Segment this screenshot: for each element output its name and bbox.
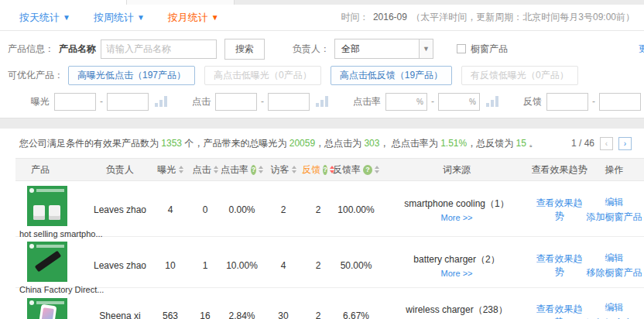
tab-weekly-stats[interactable]: 按周统计 ▼ bbox=[94, 11, 145, 25]
top-strip-tab bbox=[126, 0, 235, 5]
owner-label: 负责人： bbox=[293, 43, 330, 56]
product-image[interactable] bbox=[27, 298, 67, 319]
tab-daily-stats[interactable]: 按天统计 ▼ bbox=[19, 11, 70, 25]
chevron-down-icon: ▼ bbox=[419, 39, 433, 58]
header-owner: 负责人 bbox=[89, 163, 151, 177]
exposure-min-input[interactable] bbox=[55, 96, 95, 107]
more-keywords-link[interactable]: More >> bbox=[379, 269, 534, 278]
header-product: 产品 bbox=[15, 163, 89, 177]
more-keywords-link[interactable]: More >> bbox=[379, 213, 534, 222]
product-cell: hot selling smartpho... bbox=[15, 181, 89, 238]
feedback-cell: 2 bbox=[303, 310, 333, 319]
table-row: hot selling smartpho... Leaves zhao 4 0 … bbox=[15, 181, 644, 237]
visitors-cell: 2 bbox=[263, 204, 303, 215]
sort-icon bbox=[292, 166, 296, 173]
feedback-cell: 2 bbox=[303, 204, 333, 215]
header-visitors[interactable]: 访客 bbox=[263, 163, 303, 177]
bar-chart-icon[interactable] bbox=[486, 96, 500, 107]
header-ctr[interactable]: 点击率? bbox=[221, 163, 263, 177]
question-icon: ? bbox=[323, 165, 327, 175]
stats-tabs-bar: 按天统计 ▼ 按周统计 ▼ 按月统计 ▼ 时间： 2016-09 （太平洋时间，… bbox=[0, 5, 644, 31]
bar-chart-icon[interactable] bbox=[316, 96, 330, 107]
tab-monthly-stats[interactable]: 按月统计 ▼ bbox=[168, 11, 219, 25]
header-actions: 操作 bbox=[584, 163, 644, 177]
tab-weekly-label: 按周统计 bbox=[94, 11, 134, 25]
owner-select-value: 全部 bbox=[335, 39, 419, 58]
table-row: Sheena xi 563 16 2.84% 30 2 6.67% wirele… bbox=[15, 288, 644, 319]
clicks-range-label: 点击 bbox=[192, 95, 211, 108]
more-conditions-link[interactable]: 更多条件 ∨ bbox=[639, 43, 644, 56]
edit-link[interactable]: 编辑 bbox=[605, 195, 624, 210]
quick-filter-high-click-low-feedback[interactable]: 高点击低反馈（19产品） bbox=[331, 66, 452, 85]
prev-page-icon[interactable]: ‹ bbox=[600, 137, 613, 150]
chevron-down-icon: ▼ bbox=[211, 14, 219, 22]
search-button[interactable]: 搜索 bbox=[224, 39, 265, 60]
exposure-range-label: 曝光 bbox=[31, 95, 50, 108]
exposure-max-input[interactable] bbox=[108, 96, 148, 107]
feedback-min-input[interactable] bbox=[547, 96, 587, 107]
time-info: 时间： 2016-09 （太平洋时间，更新周期：北京时间每月3号09:00前） bbox=[341, 11, 635, 24]
time-label: 时间： bbox=[341, 12, 369, 22]
quick-filter-high-click-low-exposure: 高点击低曝光（0产品） bbox=[204, 66, 321, 85]
owner-cell: Sheena xi bbox=[89, 310, 151, 319]
tab-monthly-label: 按月统计 bbox=[168, 11, 208, 25]
bar-chart-icon[interactable] bbox=[155, 96, 169, 107]
view-trend-link[interactable]: 查看效果趋势 bbox=[534, 303, 584, 319]
clicks-max-input[interactable] bbox=[269, 96, 309, 107]
feedback-rate-cell: 6.67% bbox=[333, 310, 379, 319]
header-exposure[interactable]: 曝光 bbox=[151, 163, 190, 177]
keyword-cell: smartphone cooling（1） More >> bbox=[379, 197, 534, 222]
range-filter-row: 曝光 - 点击 - 点击率 % - % 反馈 bbox=[8, 88, 644, 115]
top-strip-rest bbox=[235, 0, 644, 5]
add-showcase-link[interactable]: 添加橱窗产品 bbox=[587, 210, 642, 225]
sort-icon bbox=[179, 166, 183, 173]
remove-showcase-link[interactable]: 移除橱窗产品 bbox=[587, 266, 642, 280]
edit-link[interactable]: 编辑 bbox=[605, 300, 624, 315]
showcase-checkbox-label: 橱窗产品 bbox=[471, 43, 508, 56]
feedback-rate-cell: 100.00% bbox=[333, 204, 379, 215]
question-icon: ? bbox=[251, 165, 256, 175]
view-trend-link[interactable]: 查看效果趋势 bbox=[534, 252, 584, 279]
clicks-cell: 1 bbox=[190, 260, 221, 271]
clicks-min-input[interactable] bbox=[216, 96, 256, 107]
edit-link[interactable]: 编辑 bbox=[605, 251, 624, 266]
view-trend-link[interactable]: 查看效果趋势 bbox=[534, 197, 584, 223]
chevron-down-icon: ▼ bbox=[137, 14, 145, 22]
summary-bar: 您公司满足条件的有效果产品数为 1353 个，产品带来的总曝光为 20059，总… bbox=[0, 129, 644, 158]
add-showcase-link[interactable]: 添加橱窗产品 bbox=[587, 316, 642, 319]
clicks-cell: 16 bbox=[190, 310, 221, 319]
ctr-range: 点击率 % - % bbox=[353, 93, 500, 111]
visitors-cell: 4 bbox=[263, 260, 303, 271]
ctr-max-input[interactable] bbox=[439, 96, 479, 107]
quick-filter-high-exposure-low-click[interactable]: 高曝光低点击（197产品） bbox=[68, 66, 195, 85]
keyword-cell: wireless charger（238） More >> bbox=[379, 304, 534, 319]
showcase-checkbox[interactable] bbox=[457, 44, 466, 53]
clicks-range: 点击 - bbox=[192, 93, 330, 111]
results-table: 产品 负责人 曝光 点击 点击率? 访客 反馈? 反馈率? 词来源 查看效果趋势… bbox=[15, 158, 644, 319]
product-cell bbox=[15, 293, 89, 319]
top-strip bbox=[0, 0, 644, 5]
pagination: 1 / 46 ‹ › bbox=[571, 137, 632, 150]
table-row: China Factory Direct... Leaves zhao 10 1… bbox=[15, 237, 644, 288]
feedback-max-input[interactable] bbox=[600, 96, 640, 107]
header-feedback-rate[interactable]: 反馈率? bbox=[333, 163, 379, 177]
header-clicks[interactable]: 点击 bbox=[190, 163, 221, 177]
owner-select[interactable]: 全部 ▼ bbox=[334, 39, 433, 59]
product-image[interactable] bbox=[27, 242, 67, 282]
time-note: （太平洋时间，更新周期：北京时间每月3号09:00前） bbox=[411, 12, 635, 22]
header-feedback[interactable]: 反馈? bbox=[303, 163, 333, 177]
ctr-cell: 2.84% bbox=[221, 310, 263, 319]
owner-cell: Leaves zhao bbox=[89, 204, 151, 215]
product-name-input[interactable] bbox=[101, 39, 217, 59]
page-indicator: 1 / 46 bbox=[571, 138, 594, 149]
separator-band bbox=[0, 118, 644, 129]
question-icon: ? bbox=[363, 165, 372, 175]
chevron-down-icon: ▼ bbox=[63, 14, 70, 22]
ctr-min-input[interactable] bbox=[386, 96, 426, 107]
feedback-range-label: 反馈 bbox=[523, 95, 542, 108]
next-page-icon[interactable]: › bbox=[618, 137, 632, 150]
product-image[interactable] bbox=[27, 186, 67, 226]
product-cell: China Factory Direct... bbox=[15, 237, 89, 294]
header-trend: 查看效果趋势 bbox=[534, 163, 584, 177]
quick-filter-row: 可优化产品： 高曝光低点击（197产品） 高点击低曝光（0产品） 高点击低反馈（… bbox=[8, 62, 644, 88]
